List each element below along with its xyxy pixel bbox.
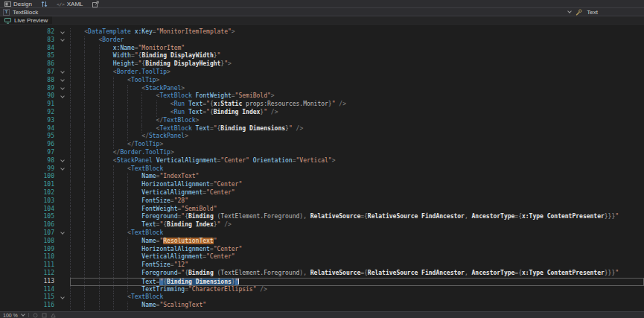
fold-spacer xyxy=(57,133,70,141)
wrench-icon[interactable] xyxy=(576,9,582,16)
line-number: 106 xyxy=(0,221,57,229)
fold-chevron-icon[interactable] xyxy=(57,69,70,77)
fold-spacer xyxy=(57,181,70,189)
fold-spacer xyxy=(57,109,70,117)
line-number: 100 xyxy=(0,173,57,181)
fold-chevron-icon[interactable] xyxy=(57,229,70,238)
code-text: <TextBlock FontWeight="SemiBold"> xyxy=(70,92,644,101)
code-line[interactable]: 84 x:Name="MonitorItem" xyxy=(0,45,644,53)
fold-chevron-icon[interactable] xyxy=(57,293,70,302)
code-line[interactable]: 111 FontSize="12" xyxy=(0,261,644,270)
code-line[interactable]: 85 Width="{Binding DisplayWidth}" xyxy=(0,52,644,60)
code-line[interactable]: 108 Name="ResolutionText" xyxy=(0,238,644,246)
code-line[interactable]: 115 <TextBlock xyxy=(0,293,644,302)
code-line[interactable]: 107 <TextBlock xyxy=(0,229,644,238)
fold-spacer xyxy=(57,52,70,60)
code-line[interactable]: 109 HorizontalAlignment="Center" xyxy=(0,246,644,254)
fold-chevron-icon[interactable] xyxy=(57,28,70,36)
fold-spacer xyxy=(57,197,70,206)
code-line[interactable]: 83 <Border xyxy=(0,36,644,45)
code-line[interactable]: 102 VerticalAlignment="Center" xyxy=(0,189,644,197)
code-line[interactable]: 105 Foreground="{Binding (TextElement.Fo… xyxy=(0,213,644,221)
code-line[interactable]: 88 <ToolTip> xyxy=(0,77,644,85)
property-search-label[interactable]: Text xyxy=(587,9,598,16)
zoom-level[interactable]: 100 % xyxy=(3,313,18,318)
code-line[interactable]: 100 Name="IndexText" xyxy=(0,173,644,181)
code-line[interactable]: 112 Foreground="{Binding (TextElement.Fo… xyxy=(0,270,644,278)
live-preview-label: Live Preview xyxy=(14,17,48,24)
code-line[interactable]: 95 </StackPanel> xyxy=(0,133,644,141)
code-editor[interactable]: 82 <DataTemplate x:Key="MonitorItemTempl… xyxy=(0,25,644,311)
design-tab[interactable]: Design xyxy=(0,0,36,7)
breadcrumb-right-group: Text xyxy=(568,9,644,16)
swap-panes-button[interactable] xyxy=(36,0,52,7)
line-number: 98 xyxy=(0,157,57,165)
status-bar: 100 % xyxy=(0,311,644,318)
code-line[interactable]: 97 </Border.ToolTip> xyxy=(0,149,644,157)
fold-chevron-icon[interactable] xyxy=(57,85,70,93)
line-number: 94 xyxy=(0,125,57,133)
fold-chevron-icon[interactable] xyxy=(57,77,70,85)
code-line[interactable]: 103 FontSize="28" xyxy=(0,197,644,206)
status-icon[interactable] xyxy=(51,313,56,318)
code-text: VerticalAlignment="Center" xyxy=(70,189,644,197)
line-number: 84 xyxy=(0,45,57,53)
fold-spacer xyxy=(57,117,70,125)
code-line[interactable]: 86 Height="{Binding DisplayHeight}"> xyxy=(0,60,644,69)
fold-chevron-icon[interactable] xyxy=(57,165,70,174)
code-line[interactable]: 101 HorizontalAlignment="Center" xyxy=(0,181,644,189)
line-number: 85 xyxy=(0,52,57,60)
code-line[interactable]: 99 <TextBlock xyxy=(0,165,644,174)
code-line[interactable]: 98 <StackPanel VerticalAlignment="Center… xyxy=(0,157,644,165)
code-line[interactable]: 116 Name="ScalingText" xyxy=(0,302,644,310)
fold-chevron-icon[interactable] xyxy=(57,92,70,101)
code-line[interactable]: 91 <Run Text="{x:Static props:Resources.… xyxy=(0,101,644,109)
code-text: HorizontalAlignment="Center" xyxy=(70,181,644,189)
code-line[interactable]: 90 <TextBlock FontWeight="SemiBold"> xyxy=(0,92,644,101)
code-text: </ToolTip> xyxy=(70,141,644,149)
line-number: 92 xyxy=(0,109,57,117)
fold-chevron-icon[interactable] xyxy=(57,36,70,45)
code-line[interactable]: 104 FontWeight="SemiBold" xyxy=(0,206,644,214)
code-line[interactable]: 89 <StackPanel> xyxy=(0,85,644,93)
popout-button[interactable] xyxy=(88,0,103,7)
line-number: 108 xyxy=(0,238,57,246)
chevron-down-icon[interactable] xyxy=(21,312,25,317)
line-number: 93 xyxy=(0,117,57,125)
xaml-editor-window: Design </> XAML T TextBlock xyxy=(0,0,644,318)
fold-spacer xyxy=(57,302,70,310)
code-line[interactable]: 93 </TextBlock> xyxy=(0,117,644,125)
line-number: 90 xyxy=(0,92,57,101)
code-line[interactable]: 82 <DataTemplate x:Key="MonitorItemTempl… xyxy=(0,28,644,36)
status-icon[interactable] xyxy=(42,313,47,318)
line-number: 110 xyxy=(0,253,57,261)
code-line[interactable]: 92 <Run Text="{Binding Index}" /> xyxy=(0,109,644,117)
code-text: </StackPanel> xyxy=(70,133,644,141)
code-line[interactable]: 114 TextTrimming="CharacterEllipsis" /> xyxy=(0,286,644,294)
code-text: Name="ResolutionText" xyxy=(70,238,644,246)
line-number: 113 xyxy=(0,278,57,286)
tab-live-preview[interactable]: Live Preview xyxy=(0,16,52,24)
code-text: <DataTemplate x:Key="MonitorItemTemplate… xyxy=(70,28,644,36)
code-line[interactable]: 106 Text="{Binding Index}" /> xyxy=(0,221,644,229)
breadcrumb-item-textblock[interactable]: T TextBlock xyxy=(0,9,41,16)
line-number: 83 xyxy=(0,36,57,45)
fold-spacer xyxy=(57,213,70,221)
code-line[interactable]: 113 Text="{Binding Dimensions}" xyxy=(0,278,644,286)
fold-chevron-icon[interactable] xyxy=(57,157,70,165)
line-number: 103 xyxy=(0,197,57,206)
code-line[interactable]: 94 <TextBlock Text="{Binding Dimensions}… xyxy=(0,125,644,133)
fold-spacer xyxy=(57,238,70,246)
swap-arrows-icon xyxy=(41,1,48,7)
code-text: <Run Text="{Binding Index}" /> xyxy=(70,109,644,117)
chevron-down-icon[interactable] xyxy=(567,9,572,13)
xaml-tab[interactable]: </> XAML xyxy=(52,0,88,7)
code-line[interactable]: 87 <Border.ToolTip> xyxy=(0,69,644,77)
live-preview-icon xyxy=(4,17,11,24)
status-icon[interactable] xyxy=(33,313,38,318)
code-text: <Border xyxy=(70,36,644,45)
line-number: 115 xyxy=(0,293,57,302)
code-line[interactable]: 110 VerticalAlignment="Center" xyxy=(0,253,644,261)
fold-spacer xyxy=(57,45,70,53)
code-line[interactable]: 96 </ToolTip> xyxy=(0,141,644,149)
